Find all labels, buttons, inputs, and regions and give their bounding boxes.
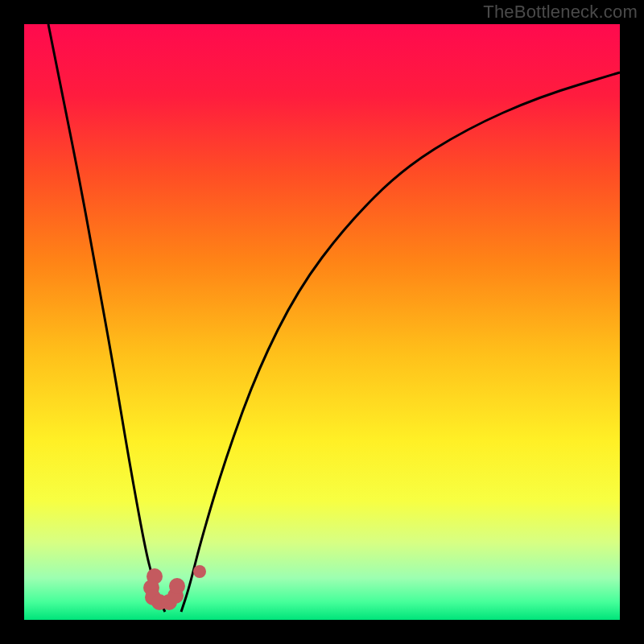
watermark-label: TheBottleneck.com: [483, 2, 638, 23]
data-marker: [169, 578, 185, 594]
outer-frame: TheBottleneck.com: [0, 0, 644, 644]
data-marker: [193, 565, 206, 578]
left-curve: [48, 24, 165, 612]
plot-area: [24, 24, 620, 620]
right-curve: [181, 72, 620, 612]
chart-curves: [24, 24, 620, 620]
marker-group: [143, 565, 206, 610]
